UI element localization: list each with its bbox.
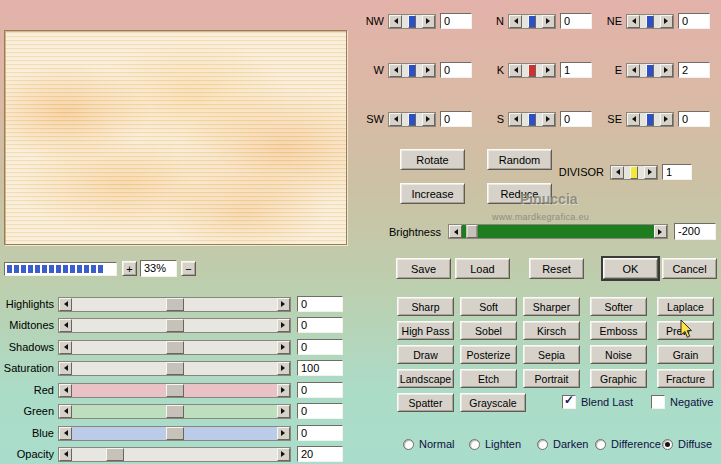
slider-track[interactable] <box>72 341 277 354</box>
radio-circle[interactable] <box>469 439 480 450</box>
preview-image[interactable] <box>4 30 347 245</box>
slider-right-arrow[interactable] <box>422 64 435 77</box>
slider-track[interactable] <box>640 64 660 77</box>
filter-sharp-button[interactable]: Sharp <box>397 297 454 316</box>
slider-left-arrow[interactable] <box>509 15 522 28</box>
k-value[interactable]: 1 <box>560 62 592 78</box>
ne-value[interactable]: 0 <box>678 13 710 29</box>
slider-thumb[interactable] <box>466 225 477 238</box>
red-slider[interactable] <box>58 383 291 398</box>
slider-thumb[interactable] <box>166 362 184 375</box>
slider-thumb[interactable] <box>408 15 416 28</box>
midtones-value[interactable]: 0 <box>297 317 343 333</box>
slider-right-arrow[interactable] <box>660 113 673 126</box>
slider-right-arrow[interactable] <box>542 15 555 28</box>
radio-circle[interactable] <box>403 439 414 450</box>
green-value[interactable]: 0 <box>297 403 343 419</box>
slider-thumb[interactable] <box>646 64 654 77</box>
blend-mode-normal-radio[interactable]: Normal <box>403 437 454 451</box>
shadows-slider[interactable] <box>58 340 291 355</box>
filter-sobel-button[interactable]: Sobel <box>460 321 517 340</box>
slider-thumb[interactable] <box>646 113 654 126</box>
zoom-level-value[interactable]: 33% <box>140 260 177 277</box>
slider-thumb[interactable] <box>166 341 184 354</box>
slider-left-arrow[interactable] <box>59 341 72 354</box>
slider-right-arrow[interactable] <box>277 362 290 375</box>
slider-thumb[interactable] <box>408 113 416 126</box>
k-slider[interactable] <box>508 63 556 78</box>
divisor-value[interactable]: 1 <box>662 164 692 180</box>
slider-track[interactable] <box>72 427 277 440</box>
zoom-out-button[interactable]: − <box>181 261 196 276</box>
slider-left-arrow[interactable] <box>627 113 640 126</box>
slider-left-arrow[interactable] <box>59 427 72 440</box>
slider-left-arrow[interactable] <box>627 15 640 28</box>
s-slider[interactable] <box>508 112 556 127</box>
highlights-slider[interactable] <box>58 297 291 312</box>
midtones-slider[interactable] <box>58 318 291 333</box>
nw-value[interactable]: 0 <box>440 13 472 29</box>
slider-track[interactable] <box>402 113 422 126</box>
slider-thumb[interactable] <box>166 405 184 418</box>
slider-track[interactable] <box>522 15 542 28</box>
slider-thumb[interactable] <box>528 64 536 77</box>
slider-thumb[interactable] <box>166 319 184 332</box>
slider-left-arrow[interactable] <box>611 166 624 179</box>
filter-noise-button[interactable]: Noise <box>590 345 647 364</box>
slider-left-arrow[interactable] <box>389 15 402 28</box>
random-button[interactable]: Random <box>487 149 552 170</box>
radio-circle[interactable] <box>595 439 606 450</box>
blend-last-checkbox[interactable]: ✓ Blend Last <box>562 395 633 409</box>
cancel-button[interactable]: Cancel <box>662 258 717 279</box>
blend-mode-diffuse-radio[interactable]: Diffuse <box>662 437 712 451</box>
s-value[interactable]: 0 <box>560 111 592 127</box>
filter-spatter-button[interactable]: Spatter <box>397 393 454 412</box>
slider-right-arrow[interactable] <box>660 15 673 28</box>
slider-left-arrow[interactable] <box>389 113 402 126</box>
slider-track[interactable] <box>72 362 277 375</box>
slider-track[interactable] <box>72 384 277 397</box>
filter-laplace-button[interactable]: Laplace <box>657 297 714 316</box>
filter-graphic-button[interactable]: Graphic <box>590 369 647 388</box>
slider-right-arrow[interactable] <box>660 64 673 77</box>
slider-track[interactable] <box>402 64 422 77</box>
sw-value[interactable]: 0 <box>440 111 472 127</box>
filter-grayscale-button[interactable]: Grayscale <box>460 393 526 412</box>
slider-thumb[interactable] <box>166 298 184 311</box>
slider-right-arrow[interactable] <box>277 427 290 440</box>
slider-thumb[interactable] <box>166 384 184 397</box>
filter-draw-button[interactable]: Draw <box>397 345 454 364</box>
slider-left-arrow[interactable] <box>509 113 522 126</box>
e-value[interactable]: 2 <box>678 62 710 78</box>
filter-softer-button[interactable]: Softer <box>590 297 647 316</box>
se-value[interactable]: 0 <box>678 111 710 127</box>
slider-track[interactable] <box>72 448 277 461</box>
slider-right-arrow[interactable] <box>277 405 290 418</box>
slider-left-arrow[interactable] <box>59 384 72 397</box>
filter-portrait-button[interactable]: Portrait <box>523 369 580 388</box>
nw-slider[interactable] <box>388 14 436 29</box>
slider-thumb[interactable] <box>630 166 638 179</box>
brightness-slider[interactable] <box>448 224 668 239</box>
saturation-slider[interactable] <box>58 361 291 376</box>
slider-track[interactable] <box>624 166 644 179</box>
highlights-value[interactable]: 0 <box>297 296 343 312</box>
increase-button[interactable]: Increase <box>400 183 465 204</box>
slider-right-arrow[interactable] <box>542 64 555 77</box>
radio-circle[interactable] <box>662 439 673 450</box>
divisor-slider[interactable] <box>610 165 658 180</box>
filter-emboss-button[interactable]: Emboss <box>590 321 647 340</box>
slider-left-arrow[interactable] <box>59 362 72 375</box>
se-slider[interactable] <box>626 112 674 127</box>
ok-button[interactable]: OK <box>603 258 658 279</box>
slider-left-arrow[interactable] <box>59 319 72 332</box>
filter-highpass-button[interactable]: High Pass <box>397 321 454 340</box>
blue-slider[interactable] <box>58 426 291 441</box>
saturation-value[interactable]: 100 <box>297 360 343 376</box>
slider-thumb[interactable] <box>106 448 124 461</box>
slider-thumb[interactable] <box>408 64 416 77</box>
brightness-value[interactable]: -200 <box>674 223 716 240</box>
save-button[interactable]: Save <box>396 258 451 279</box>
slider-track[interactable] <box>640 113 660 126</box>
blend-mode-difference-radio[interactable]: Difference <box>595 437 661 451</box>
